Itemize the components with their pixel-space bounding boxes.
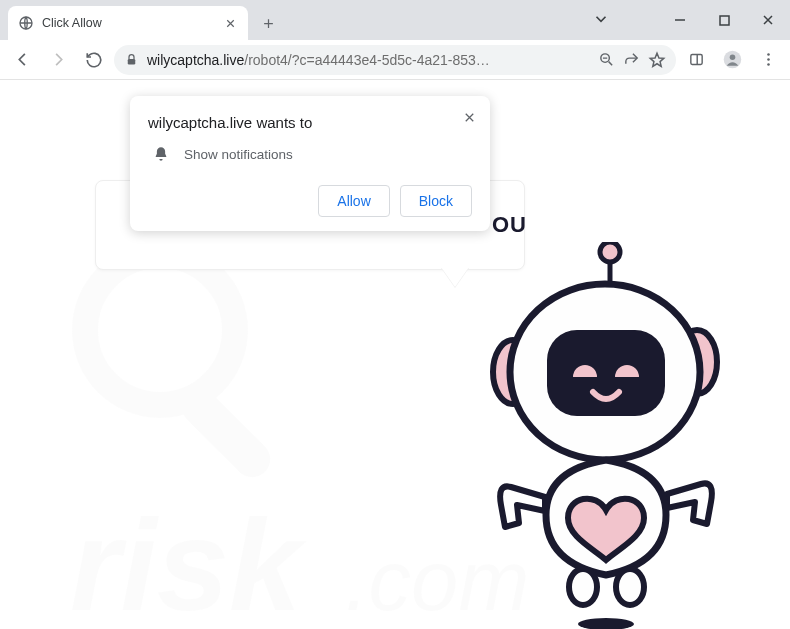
svg-point-20	[569, 569, 597, 605]
tabs-dropdown-icon[interactable]	[592, 10, 610, 28]
svg-point-21	[616, 569, 644, 605]
svg-rect-11	[174, 381, 277, 484]
svg-text:risk: risk	[70, 492, 307, 629]
globe-icon	[18, 15, 34, 31]
share-icon[interactable]	[623, 51, 640, 68]
bubble-text-fragment: OU	[492, 212, 765, 238]
svg-rect-2	[128, 59, 136, 65]
titlebar: Click Allow	[0, 0, 790, 40]
svg-rect-19	[547, 330, 665, 416]
side-panel-icon[interactable]	[680, 44, 712, 76]
tab-title: Click Allow	[42, 16, 222, 30]
prompt-title: wilycaptcha.live wants to	[148, 114, 472, 131]
allow-button[interactable]: Allow	[318, 185, 389, 217]
close-icon[interactable]	[460, 108, 478, 126]
svg-point-7	[767, 53, 770, 56]
maximize-button[interactable]	[702, 8, 746, 32]
menu-icon[interactable]	[752, 44, 784, 76]
svg-point-15	[600, 242, 620, 262]
back-button[interactable]	[6, 44, 38, 76]
url-text: wilycaptcha.live/robot4/?c=a44443e4-5d5c…	[147, 52, 590, 68]
permission-label: Show notifications	[184, 147, 293, 162]
address-bar[interactable]: wilycaptcha.live/robot4/?c=a44443e4-5d5c…	[114, 45, 676, 75]
svg-point-6	[729, 55, 735, 61]
window-controls	[658, 0, 790, 40]
svg-rect-1	[720, 16, 729, 25]
bookmark-icon[interactable]	[648, 51, 666, 69]
close-tab-icon[interactable]	[222, 15, 238, 31]
lock-icon	[124, 52, 139, 67]
toolbar: wilycaptcha.live/robot4/?c=a44443e4-5d5c…	[0, 40, 790, 80]
block-button[interactable]: Block	[400, 185, 472, 217]
minimize-button[interactable]	[658, 8, 702, 32]
forward-button	[42, 44, 74, 76]
browser-tab[interactable]: Click Allow	[8, 6, 248, 40]
bell-icon	[152, 145, 170, 163]
zoom-icon[interactable]	[598, 51, 615, 68]
svg-point-8	[767, 58, 770, 61]
close-window-button[interactable]	[746, 8, 790, 32]
notification-permission-prompt: wilycaptcha.live wants to Show notificat…	[130, 96, 490, 231]
reload-button[interactable]	[78, 44, 110, 76]
svg-point-10	[85, 255, 235, 405]
svg-point-9	[767, 63, 770, 66]
page-content: risk .com OU wilycaptcha.live wants to S…	[0, 80, 790, 629]
svg-point-22	[578, 618, 634, 629]
profile-icon[interactable]	[716, 44, 748, 76]
robot-illustration	[475, 242, 725, 629]
new-tab-button[interactable]	[254, 9, 282, 37]
